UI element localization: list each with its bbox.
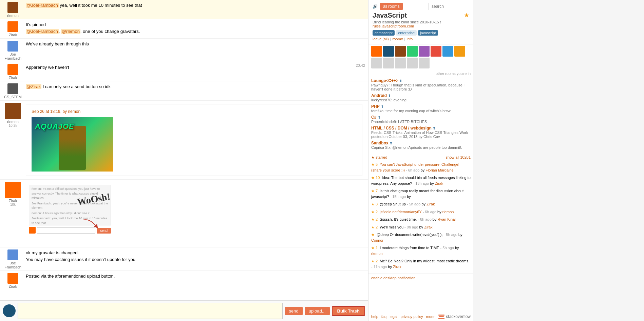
footer: help faq legal privacy policy more stack… — [368, 312, 473, 321]
user-avatar-sm[interactable] — [442, 46, 453, 57]
starred-header: ★ starred show all 10281 — [371, 155, 471, 160]
star-count: ★ 2 — [371, 210, 378, 214]
message-content: rlemon: It's not a difficult question, y… — [23, 181, 365, 238]
other-room-item: C# ⬆ Phoenixblade9: LATER BITCHES — [371, 115, 471, 124]
other-room-name[interactable]: Android ⬆ — [371, 93, 471, 98]
message-content: @JoeFrambach yea, well it took me 10 min… — [23, 1, 365, 9]
username-label: CS_STEM — [4, 95, 22, 99]
tag-ecmascript[interactable]: ecmascript — [373, 30, 395, 36]
star-count: ★ 2 — [371, 259, 378, 263]
by-user[interactable]: Florian Margaine — [425, 168, 454, 172]
legal-link[interactable]: legal — [390, 315, 397, 319]
other-rooms: Lounge<C++> ⬆ Pawnguy7: Though that is k… — [368, 77, 473, 153]
by-user[interactable]: Ryan Kinal — [438, 217, 456, 221]
post-header: Sep 26 at 18:19, by rlemon — [32, 108, 357, 115]
user-avatar-sm[interactable] — [431, 46, 441, 57]
room-tags: ecmascript enterprise javascript — [373, 30, 464, 36]
username-label: Zirak — [9, 284, 17, 288]
starred-item: ★ 10 Idea: The bot should bin all feeds … — [371, 175, 471, 186]
stackoverflow-logo: stackoverflow — [438, 314, 471, 319]
rep-label: 10.2k — [9, 124, 17, 127]
other-room-name[interactable]: PHP ⬆ — [371, 104, 471, 109]
woosh-image: rlemon: It's not a difficult question, y… — [26, 182, 114, 237]
all-rooms-button[interactable]: all rooms — [380, 3, 403, 10]
other-room-message: Caprica Six: @rlemon Apricots are people… — [371, 145, 471, 149]
message-text: It's pinned — [26, 21, 362, 28]
upload-button[interactable]: upload... — [305, 307, 330, 315]
search-input[interactable] — [429, 3, 469, 10]
message-row: rlemon @JoeFrambach yea, well it took me… — [0, 0, 368, 19]
tag-enterprise[interactable]: enterprise — [396, 30, 417, 36]
message-row: CS_STEM @Zirak I can only see a send but… — [0, 81, 368, 101]
star-count: ★ 2 — [371, 225, 378, 229]
info-link[interactable]: info — [406, 37, 413, 41]
leave-all-link[interactable]: leave (all) — [373, 37, 389, 41]
username-label: Zirak — [9, 76, 17, 80]
user-avatar-sm[interactable] — [419, 46, 430, 57]
by-user[interactable]: Zirak — [435, 181, 443, 185]
time-ago: - 5h ago — [407, 202, 420, 206]
other-room-name[interactable]: C# ⬆ — [371, 115, 471, 120]
avatar — [5, 103, 21, 119]
user-avatar-sm[interactable] — [454, 46, 465, 57]
enable-notifications[interactable]: enable desktop notification — [368, 274, 473, 282]
tag-javascript[interactable]: javascript — [418, 30, 438, 36]
image-post: Sep 26 at 18:19, by rlemon AQUAJOE — [26, 104, 362, 176]
message-row: rlemon 10.2k Sep 26 at 18:19, by rlemon … — [0, 101, 368, 180]
user-avatar-sm[interactable] — [407, 46, 418, 57]
avatar-col: Joe Frambach — [3, 40, 23, 60]
message-row: Zirak Posted via the aforementioned uplo… — [0, 271, 368, 290]
user-avatar-sm[interactable] — [383, 58, 394, 68]
user-avatar-sm[interactable] — [371, 46, 382, 57]
by-user[interactable]: rlemon — [371, 252, 383, 256]
starred-section: ★ starred show all 10281 ★ 5 You can't J… — [368, 153, 473, 274]
user-avatar-sm[interactable] — [419, 58, 430, 68]
bulk-trash-button[interactable]: Bulk Trash — [332, 306, 365, 316]
starred-link[interactable]: jsfiddle.net/rlemon/any6Y — [380, 210, 421, 214]
starred-item: ★ 2 We'll miss you - 8h ago by Zirak — [371, 224, 471, 230]
user-avatar-sm[interactable] — [407, 58, 418, 68]
other-room-name[interactable]: Lounge<C++> ⬆ — [371, 78, 471, 83]
other-room-name[interactable]: Sandbox ⬆ — [371, 141, 471, 145]
faq-link[interactable]: faq — [381, 315, 386, 319]
send-button[interactable]: send — [285, 307, 302, 315]
help-link[interactable]: help — [371, 315, 378, 319]
more-link[interactable]: more — [426, 315, 435, 319]
room-link[interactable]: room▾ — [393, 37, 403, 41]
message-content: We've already been through this — [23, 40, 365, 48]
other-room-name[interactable]: HTML / CSS / DOM / webdesign ⬆ — [371, 126, 471, 131]
message-input[interactable] — [18, 303, 283, 319]
user-avatar — [3, 304, 16, 317]
starred-text: is this chat group really meant for disc… — [371, 189, 463, 199]
avatar-col: Zirak — [3, 63, 23, 80]
by-user[interactable]: Zirak — [427, 202, 435, 206]
avatar — [7, 273, 18, 284]
by-user[interactable]: Connor — [371, 238, 383, 242]
username-label: rlemon — [7, 120, 19, 124]
star-count: ★ 2 — [371, 217, 378, 221]
by-user[interactable]: rlemon — [442, 210, 454, 214]
privacy-link[interactable]: privacy policy — [401, 315, 423, 319]
message-text-2: You may have caching issues if it doesn'… — [26, 256, 362, 263]
message-content: Posted via the aforementioned upload but… — [23, 272, 365, 280]
by-user[interactable]: Zirak — [424, 225, 432, 229]
input-area: send upload... Bulk Trash — [0, 300, 368, 321]
starred-item: ★ 7 is this chat group really meant for … — [371, 188, 471, 199]
user-avatar-sm[interactable] — [371, 58, 382, 68]
user-avatar-sm[interactable] — [395, 46, 406, 57]
starred-text: Me? Be Neal? Only in my wildest, most er… — [380, 259, 469, 263]
user-avatar-sm[interactable] — [395, 58, 406, 68]
avatar — [7, 21, 18, 32]
room-rules-link[interactable]: rules.javascriptroom.com — [373, 24, 414, 28]
user-avatar-sm[interactable] — [383, 46, 394, 57]
time-ago: - 8h ago — [404, 225, 418, 229]
username-label: Zirak — [9, 199, 17, 203]
message-row: Zirak 10k rlemon: It's not a difficult q… — [0, 180, 368, 247]
favorite-star-icon[interactable]: ★ — [464, 12, 469, 19]
starred-text: I moderate things from time to TIME — [380, 246, 439, 250]
by-user[interactable]: Zirak — [393, 265, 401, 269]
message-text: Apparently we haven't — [26, 65, 69, 70]
show-all-link[interactable]: show all 10281 — [446, 155, 471, 160]
so-bar — [438, 318, 444, 319]
sidebar-top: 🔊 all rooms — [373, 3, 469, 10]
